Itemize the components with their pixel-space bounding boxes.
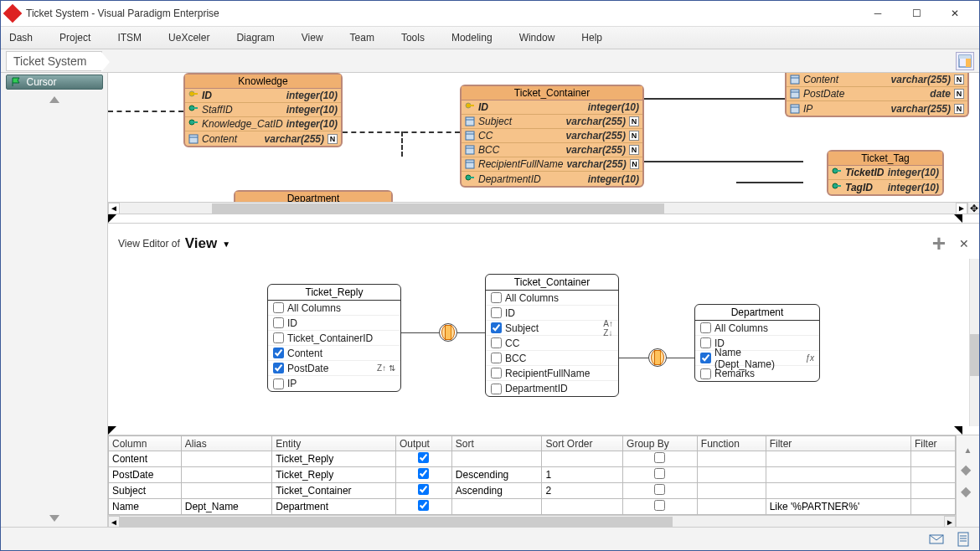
view-column-row[interactable]: Ticket_ContainerID [268, 331, 400, 346]
cell-output[interactable] [395, 467, 451, 483]
view-dropdown-icon[interactable]: ▼ [222, 239, 230, 249]
view-column-row[interactable]: Remarks [695, 366, 819, 381]
view-box-department[interactable]: Department All ColumnsIDName (Dept_Name)… [694, 304, 820, 382]
cell-groupby[interactable] [623, 499, 698, 515]
cell-alias[interactable] [181, 451, 272, 467]
layout-options-button[interactable] [956, 52, 974, 70]
cell-entity[interactable]: Ticket_Reply [272, 451, 396, 467]
view-column-row[interactable]: DepartmentID [486, 381, 618, 396]
entity-ticket-container[interactable]: Ticket_Container IDinteger(10)Subjectvar… [460, 85, 644, 188]
view-column-row[interactable]: Name (Dept_Name)ƒx [695, 351, 819, 366]
cell-filter2[interactable] [910, 499, 955, 515]
view-box-ticket-container[interactable]: Ticket_Container All ColumnsIDSubjectA↑Z… [485, 274, 619, 397]
menu-help[interactable]: Help [581, 32, 602, 44]
cell-output[interactable] [395, 483, 451, 499]
column-checkbox[interactable] [491, 337, 502, 348]
grid-header[interactable]: Filter [910, 436, 955, 451]
menu-diagram[interactable]: Diagram [236, 32, 274, 44]
entity-column[interactable]: PostDatedateN [787, 87, 967, 101]
menu-modeling[interactable]: Modeling [451, 32, 493, 44]
view-column-row[interactable]: PostDateZ↑ ⇅ [268, 361, 400, 376]
scroll-left-icon[interactable]: ◄ [108, 516, 120, 528]
output-checkbox[interactable] [418, 484, 429, 495]
minimize-button[interactable]: ─ [859, 1, 897, 26]
grid-hscroll[interactable]: ◄ ► [108, 515, 956, 527]
grid-row[interactable]: PostDateTicket_ReplyDescending1 [109, 467, 956, 483]
scroll-left-icon[interactable]: ◄ [108, 203, 120, 214]
output-checkbox[interactable] [418, 468, 429, 479]
entity-partial[interactable]: Contentvarchar(255)NPostDatedateNIPvarch… [785, 73, 969, 117]
cell-filter2[interactable] [910, 467, 955, 483]
column-checkbox[interactable] [700, 353, 711, 363]
grid-vscroll-up[interactable]: ▲ [964, 445, 972, 455]
grid-splitter[interactable] [108, 426, 979, 435]
menu-window[interactable]: Window [519, 32, 555, 44]
entity-column[interactable]: BCCvarchar(255)N [462, 143, 642, 157]
scroll-right-icon[interactable]: ► [956, 203, 967, 214]
menu-project[interactable]: Project [59, 32, 90, 44]
maximize-button[interactable]: ☐ [897, 1, 936, 26]
cell-output[interactable] [395, 499, 451, 515]
column-checkbox[interactable] [273, 302, 284, 313]
menu-uexceler[interactable]: UeXceler [168, 32, 209, 44]
grid-row[interactable]: NameDept_NameDepartmentLike '%PARTNER%' [109, 499, 956, 515]
cell-column[interactable]: Subject [109, 483, 182, 499]
column-checkbox[interactable] [700, 337, 711, 348]
entity-column[interactable]: Knowledge_CatIDinteger(10) [185, 117, 341, 131]
entity-column[interactable]: CCvarchar(255)N [462, 129, 642, 143]
cell-sortorder[interactable] [542, 451, 623, 467]
cell-filter2[interactable] [910, 451, 955, 467]
view-column-row[interactable]: CC [486, 336, 618, 351]
pan-icon[interactable]: ✥ [967, 202, 979, 214]
cell-column[interactable]: PostDate [109, 467, 182, 483]
column-checkbox[interactable] [491, 307, 502, 318]
grid-header[interactable]: Group By [623, 436, 698, 451]
view-column-row[interactable]: All Columns [695, 321, 819, 336]
cell-sort[interactable]: Ascending [451, 483, 542, 499]
cell-sort[interactable] [451, 499, 542, 515]
palette-scroll-down[interactable] [49, 515, 59, 522]
cell-alias[interactable]: Dept_Name [181, 499, 272, 515]
move-row-down-button[interactable]: ◆ [961, 483, 976, 498]
column-checkbox[interactable] [491, 322, 502, 333]
entity-column[interactable]: Contentvarchar(255)N [787, 73, 967, 87]
erd-hscroll[interactable]: ◄ ► [108, 202, 967, 214]
document-icon[interactable] [956, 532, 971, 547]
column-checkbox[interactable] [273, 363, 284, 373]
close-button[interactable]: ✕ [936, 1, 974, 26]
column-checkbox[interactable] [273, 317, 284, 328]
cell-alias[interactable] [181, 467, 272, 483]
column-checkbox[interactable] [273, 348, 284, 358]
menu-dash[interactable]: Dash [9, 32, 33, 44]
view-column-row[interactable]: All Columns [268, 301, 400, 316]
column-checkbox[interactable] [491, 353, 502, 363]
join-icon[interactable] [439, 323, 457, 342]
grid-row[interactable]: ContentTicket_Reply [109, 451, 956, 467]
menu-team[interactable]: Team [350, 32, 374, 44]
entity-column[interactable]: Contentvarchar(255)N [185, 131, 341, 146]
view-column-row[interactable]: Content [268, 346, 400, 361]
column-checkbox[interactable] [273, 332, 284, 343]
view-column-row[interactable]: SubjectA↑Z↓ [486, 321, 618, 336]
grid-header[interactable]: Entity [272, 436, 396, 451]
cell-filter1[interactable] [766, 451, 910, 467]
entity-column[interactable]: IDinteger(10) [185, 89, 341, 103]
grid-header[interactable]: Sort Order [542, 436, 623, 451]
groupby-checkbox[interactable] [654, 484, 665, 495]
cell-entity[interactable]: Ticket_Container [272, 483, 396, 499]
cell-output[interactable] [395, 451, 451, 467]
cell-filter1[interactable] [766, 483, 910, 499]
move-row-up-button[interactable]: ◆ [961, 461, 976, 476]
mail-icon[interactable] [929, 532, 944, 547]
breadcrumb[interactable]: Ticket System [6, 51, 102, 71]
entity-column[interactable]: TicketIDinteger(10) [828, 166, 942, 180]
cell-entity[interactable]: Department [272, 499, 396, 515]
grid-header[interactable]: Sort [451, 436, 542, 451]
view-column-row[interactable]: ID [486, 306, 618, 321]
horizontal-splitter[interactable] [108, 214, 979, 223]
cell-filter2[interactable] [910, 483, 955, 499]
view-vscroll[interactable] [969, 259, 979, 426]
cell-function[interactable] [697, 499, 766, 515]
scroll-thumb[interactable] [120, 517, 673, 527]
cell-function[interactable] [697, 467, 766, 483]
